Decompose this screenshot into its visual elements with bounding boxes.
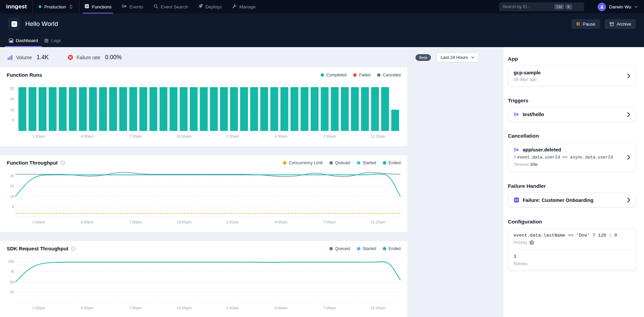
priority-expression: event.data.lastName == 'Doe' ? 120 : 0 (514, 233, 630, 238)
nav-tab-functions[interactable]: Functions (79, 0, 117, 13)
nav-tabs: Functions Events Event Search Deploys Ma… (79, 0, 260, 13)
chart-title-sdk-throughput: SDK Request Throughput (7, 246, 68, 251)
app-updated: 18 days ago (514, 77, 623, 82)
svg-text:32: 32 (10, 174, 14, 178)
rocket-icon (198, 4, 203, 10)
legend-item: Ended (383, 246, 401, 251)
nav-tab-event-search[interactable]: Event Search (148, 0, 193, 13)
svg-text:24: 24 (10, 97, 14, 101)
nav-tab-manage[interactable]: Manage (227, 0, 261, 13)
search-input[interactable] (502, 4, 553, 9)
info-icon[interactable] (71, 246, 76, 251)
time-range-dropdown[interactable]: Last 24 Hours (436, 52, 479, 62)
panel-function-runs: Function Runs CompletedFailedCanceled 81… (0, 67, 408, 147)
svg-text:100: 100 (8, 259, 14, 263)
volume-label: Volume (16, 55, 32, 60)
archive-label: Archive (617, 22, 631, 27)
tab-logs[interactable]: Logs (43, 35, 62, 47)
failure-icon (68, 55, 73, 60)
legend-dot (321, 73, 324, 77)
cancellation-card[interactable]: app/user.deleted If event.data.userId ==… (508, 142, 636, 172)
legend-item: Failed (353, 73, 370, 77)
legend-item: Completed (321, 73, 347, 77)
svg-text:24: 24 (10, 184, 14, 188)
app-name: gcp-sample (514, 70, 623, 75)
svg-text:11:30am: 11:30am (371, 220, 386, 224)
info-icon[interactable] (61, 161, 65, 165)
failure-handler-card[interactable]: Failure: Customer Onboarding (508, 192, 636, 208)
svg-text:1:00pm: 1:00pm (32, 306, 45, 310)
svg-text:4:00am: 4:00am (275, 220, 287, 224)
kbd-k: K (565, 4, 572, 9)
configuration-card: event.data.lastName == 'Doe' ? 120 : 0 P… (508, 228, 636, 271)
info-icon[interactable]: i (529, 240, 534, 245)
legend-item: Concurrency Limit (283, 161, 323, 165)
svg-text:7:00am: 7:00am (323, 220, 336, 224)
main-column: Volume 1.4K Failure rate 0.00% Beta Last… (0, 47, 503, 317)
environment-status-dot (39, 5, 41, 8)
page-title: Hello World (25, 20, 58, 28)
failure-rate-value: 0.00% (105, 54, 122, 61)
function-throughput-chart: 81624321:00pm4:00pm7:00pm10:00pm1:00am4:… (7, 171, 401, 228)
legend-dot (383, 161, 386, 165)
priority-label: Priority (514, 240, 527, 245)
chevron-updown-icon (69, 4, 73, 9)
nav-tab-events[interactable]: Events (117, 0, 148, 13)
legend-item: Queued (329, 246, 350, 251)
stats-row: Volume 1.4K Failure rate 0.00% Beta Last… (0, 47, 503, 67)
legend-dot (329, 161, 333, 165)
environment-select[interactable]: Production (33, 0, 79, 13)
nav-tab-deploys[interactable]: Deploys (193, 0, 227, 13)
nav-tab-label: Functions (92, 4, 112, 9)
trigger-name: test/hello (523, 112, 544, 117)
event-icon (514, 112, 519, 117)
inngest-logo: inngest (0, 0, 32, 13)
svg-text:1:00am: 1:00am (226, 220, 239, 224)
svg-text:10:00pm: 10:00pm (176, 220, 192, 224)
section-cancellation: Cancellation app/user.deleted If event.d… (508, 133, 636, 172)
svg-text:4:00pm: 4:00pm (81, 220, 93, 224)
chevron-right-icon (627, 155, 630, 160)
app-card[interactable]: gcp-sample 18 days ago (508, 65, 636, 86)
functions-icon (84, 4, 89, 10)
legend-dot (353, 73, 357, 77)
svg-text:75: 75 (10, 270, 14, 274)
top-nav: inngest Production Functions Events Even… (0, 0, 644, 13)
user-menu[interactable]: Darwin Wu (593, 3, 644, 11)
svg-text:1:00am: 1:00am (226, 306, 239, 310)
svg-text:8: 8 (12, 118, 14, 122)
svg-text:4:30pm: 4:30pm (81, 134, 93, 138)
svg-text:11:30am: 11:30am (371, 134, 386, 138)
function-title-row: ‹› Hello World Pause Archive (8, 13, 636, 30)
user-name: Darwin Wu (609, 4, 631, 9)
failure-handler-heading: Failure Handler (508, 183, 636, 189)
chevron-right-icon (627, 73, 630, 78)
pause-button[interactable]: Pause (571, 19, 600, 29)
svg-text:7:30pm: 7:30pm (129, 134, 142, 138)
svg-text:10:00pm: 10:00pm (176, 306, 192, 310)
legend-item: Started (357, 161, 376, 165)
svg-text:4:00pm: 4:00pm (81, 306, 93, 310)
timeout-label: Timeout (514, 162, 529, 167)
archive-button[interactable]: Archive (605, 19, 636, 29)
tab-dashboard[interactable]: Dashboard (8, 35, 39, 47)
legend-item: Queued (329, 161, 350, 165)
legend-function-runs: CompletedFailedCanceled (321, 73, 401, 77)
failure-rate-label: Failure rate (77, 55, 100, 60)
global-search[interactable]: Ctrl K (499, 2, 584, 11)
stats-right: Beta Last 24 Hours (415, 52, 479, 62)
trigger-card[interactable]: test/hello (508, 107, 636, 122)
svg-text:7:00pm: 7:00pm (129, 306, 142, 310)
search-icon (153, 4, 158, 10)
legend-dot (383, 247, 386, 250)
archive-icon (609, 22, 614, 26)
configuration-heading: Configuration (508, 219, 636, 225)
cancellation-heading: Cancellation (508, 133, 636, 139)
section-app: App gcp-sample 18 days ago (508, 56, 636, 86)
function-tabs: Dashboard Logs (8, 35, 62, 47)
svg-text:1:30pm: 1:30pm (32, 134, 45, 138)
legend-dot (377, 73, 380, 77)
bar-chart-icon (7, 55, 13, 60)
details-sidebar: App gcp-sample 18 days ago Triggers test… (503, 47, 644, 317)
legend-dot (329, 247, 333, 250)
